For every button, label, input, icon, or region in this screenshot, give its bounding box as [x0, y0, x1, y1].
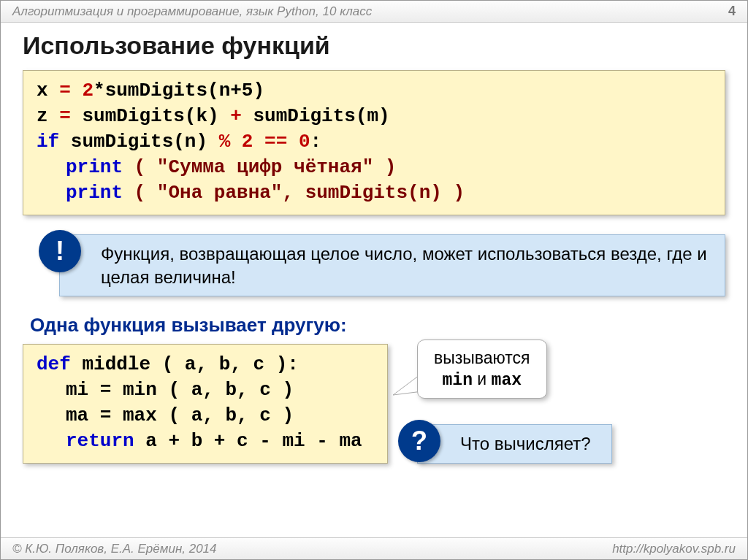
question-text: Что вычисляет?	[417, 424, 612, 464]
code-line: z = sumDigits(k) + sumDigits(m)	[37, 104, 711, 129]
page-number: 4	[728, 4, 736, 19]
section-subhead: Одна функция вызывает другую:	[30, 314, 725, 337]
code-line: mi = min ( a, b, c )	[37, 377, 374, 403]
code-line: print ( "Она равна", sumDigits(n) )	[37, 180, 711, 206]
bubble-line1: вызываются	[434, 348, 530, 369]
info-callout: ! Функция, возвращающая целое число, мож…	[59, 234, 725, 296]
code-block-2: def middle ( a, b, c ): mi = min ( a, b,…	[23, 344, 388, 464]
slide-content: Использование функций x = 2*sumDigits(n+…	[1, 23, 747, 464]
code-block-1: x = 2*sumDigits(n+5) z = sumDigits(k) + …	[23, 70, 725, 215]
code-line: return a + b + c - mi - ma	[37, 429, 374, 454]
slide-footer: © К.Ю. Поляков, Е.А. Ерёмин, 2014 http:/…	[1, 537, 747, 559]
code-line: print ( "Сумма цифр чётная" )	[37, 155, 711, 180]
bubble-line2: min и max	[434, 369, 530, 391]
footer-url: http://kpolyakov.spb.ru	[612, 542, 736, 556]
code-line: def middle ( a, b, c ):	[37, 352, 374, 377]
question-callout: ? Что вычисляет?	[417, 424, 612, 464]
code-line: ma = max ( a, b, c )	[37, 403, 374, 429]
header-text: Алгоритмизация и программирование, язык …	[12, 4, 372, 19]
lower-section: def middle ( a, b, c ): mi = min ( a, b,…	[23, 344, 725, 464]
code-line: x = 2*sumDigits(n+5)	[37, 78, 711, 104]
footer-copyright: © К.Ю. Поляков, Е.А. Ерёмин, 2014	[12, 542, 217, 556]
slide-header: Алгоритмизация и программирование, язык …	[1, 1, 747, 23]
code-line: if sumDigits(n) % 2 == 0:	[37, 129, 711, 155]
info-text: Функция, возвращающая целое число, может…	[59, 234, 725, 296]
question-icon: ?	[398, 420, 440, 462]
slide-title: Использование функций	[23, 31, 725, 60]
speech-bubble: вызываются min и max	[417, 340, 547, 399]
